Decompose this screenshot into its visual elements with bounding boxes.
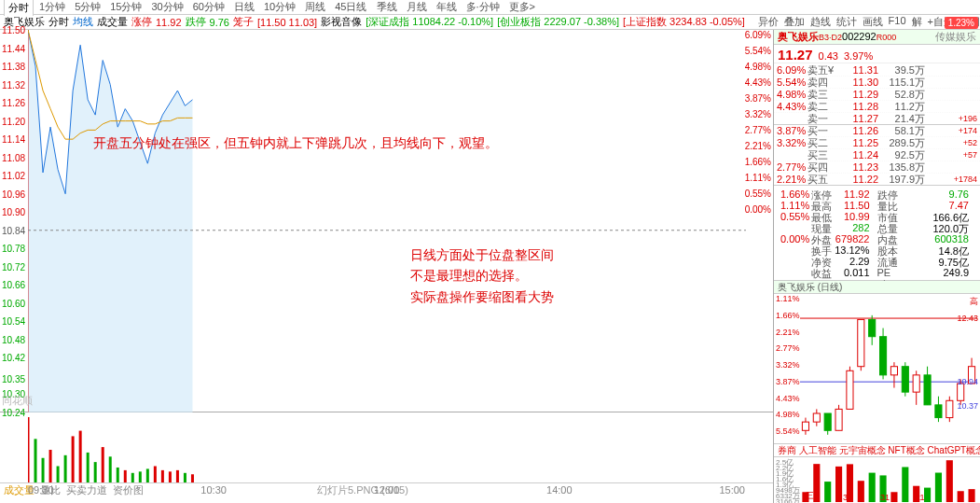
svg-rect-34 bbox=[835, 409, 842, 430]
tab-9[interactable]: 45日线 bbox=[331, 0, 370, 15]
svg-rect-68 bbox=[902, 467, 908, 502]
svg-rect-38 bbox=[858, 319, 864, 366]
svg-rect-72 bbox=[946, 460, 953, 502]
svg-rect-24 bbox=[191, 474, 194, 482]
tab-3[interactable]: 15分钟 bbox=[106, 0, 145, 15]
tab-0[interactable]: 分时 bbox=[4, 0, 34, 16]
svg-rect-10 bbox=[87, 453, 90, 482]
tab-6[interactable]: 日线 bbox=[230, 0, 258, 15]
svg-rect-54 bbox=[946, 400, 953, 417]
svg-rect-14 bbox=[117, 468, 119, 482]
svg-rect-42 bbox=[880, 337, 887, 375]
svg-rect-64 bbox=[858, 481, 864, 502]
svg-rect-4 bbox=[42, 458, 45, 482]
svg-rect-11 bbox=[94, 462, 97, 482]
tab-2[interactable]: 5分钟 bbox=[71, 0, 104, 15]
volume-chart[interactable]: 09:3010:3012:0014:0015:00 bbox=[0, 412, 773, 482]
svg-rect-18 bbox=[146, 468, 149, 482]
annotation-2: 日线方面处于位盘整区间 不是最理想的选择。 实际盘操作要缩图看大势 bbox=[410, 245, 554, 307]
y-axis-right-pct: 6.09%5.54%4.98%4.43%3.87%3.32%2.77%2.21%… bbox=[738, 30, 771, 412]
svg-rect-23 bbox=[184, 473, 186, 482]
menu-item[interactable]: 解 bbox=[912, 15, 922, 29]
book-row: 2.21%买五11.22197.9万+1784 bbox=[774, 174, 980, 186]
svg-rect-65 bbox=[869, 473, 876, 502]
book-row: 3.87%买一11.2658.1万+174 bbox=[774, 125, 980, 137]
svg-rect-3 bbox=[35, 439, 37, 482]
tab-10[interactable]: 季线 bbox=[373, 0, 401, 15]
stock-header: 奥飞娱乐B3·D2002292R000 传媒娱乐 bbox=[774, 30, 980, 45]
svg-rect-48 bbox=[913, 375, 919, 392]
svg-rect-46 bbox=[902, 367, 908, 392]
sector-tag[interactable]: 传媒娱乐 bbox=[935, 30, 976, 44]
tab-4[interactable]: 30分钟 bbox=[148, 0, 187, 15]
intraday-chart[interactable]: 10.2410.3010.3510.4210.4810.5410.6010.66… bbox=[0, 30, 773, 412]
svg-rect-2 bbox=[28, 417, 30, 482]
y-axis-left: 10.2410.3010.3510.4210.4810.5410.6010.66… bbox=[2, 30, 30, 412]
tab-5[interactable]: 60分钟 bbox=[189, 0, 228, 15]
tab-7[interactable]: 10分钟 bbox=[260, 0, 299, 15]
svg-rect-67 bbox=[890, 492, 897, 502]
tab-1[interactable]: 1分钟 bbox=[35, 0, 69, 15]
svg-rect-60 bbox=[813, 464, 820, 502]
book-row: 4.98%卖三11.2952.8万 bbox=[774, 89, 980, 101]
svg-rect-28 bbox=[802, 422, 808, 430]
svg-rect-15 bbox=[124, 470, 127, 482]
svg-rect-8 bbox=[72, 436, 75, 482]
timeframe-tabs: 分时1分钟5分钟15分钟30分钟60分钟日线10分钟周线45日线季线月线年线多·… bbox=[0, 0, 980, 15]
svg-rect-32 bbox=[824, 413, 831, 430]
book-row: 2.77%买四11.23135.8万 bbox=[774, 161, 980, 174]
concept-tags[interactable]: 券商 人工智能 元宇宙概念 NFT概念 ChatGPT概念娱乐传媒 bbox=[774, 443, 980, 456]
order-book: 6.09%卖五¥11.3139.5万5.54%卖四11.30115.1万4.98… bbox=[774, 63, 980, 187]
svg-rect-17 bbox=[139, 471, 142, 482]
svg-rect-30 bbox=[813, 413, 820, 422]
svg-rect-19 bbox=[154, 467, 157, 483]
svg-rect-70 bbox=[924, 488, 931, 502]
svg-rect-22 bbox=[176, 470, 179, 482]
current-price: 11.27 0.43 3.97% bbox=[774, 45, 980, 63]
book-row: 买三11.2492.5万+57 bbox=[774, 149, 980, 161]
book-row: 卖一11.2721.4万+196 bbox=[774, 113, 980, 125]
svg-rect-74 bbox=[969, 489, 975, 502]
volume-bars bbox=[28, 412, 746, 482]
watermark: 同花顺 bbox=[2, 394, 33, 408]
menu-item[interactable]: 叠加 bbox=[784, 15, 805, 29]
tab-11[interactable]: 月线 bbox=[403, 0, 431, 15]
tab-14[interactable]: 更多> bbox=[505, 0, 539, 15]
menu-item[interactable]: 趋线 bbox=[810, 15, 831, 29]
svg-rect-52 bbox=[935, 405, 942, 418]
tab-13[interactable]: 多·分钟 bbox=[462, 0, 504, 15]
book-row: 5.54%卖四11.30115.1万 bbox=[774, 77, 980, 89]
tab-12[interactable]: 年线 bbox=[433, 0, 461, 15]
menu-item[interactable]: 画线 bbox=[863, 15, 883, 29]
svg-rect-50 bbox=[924, 375, 931, 405]
svg-rect-7 bbox=[64, 455, 67, 482]
svg-rect-40 bbox=[869, 319, 876, 336]
svg-rect-73 bbox=[958, 491, 964, 502]
book-row: 6.09%卖五¥11.3139.5万 bbox=[774, 64, 980, 77]
annotation-1: 开盘五分钟处在强区，但五钟内就上下弹跳几次，且均线向下，观望。 bbox=[93, 133, 498, 153]
daily-volume: 2.5亿2.2亿1.9亿1.6亿1.3亿9498万6332万3166万三3131… bbox=[774, 456, 980, 503]
menu-item[interactable]: 异价 bbox=[758, 15, 779, 29]
stock-stats: 1.66%涨停11.92跌停9.761.11%最高11.50量比7.470.55… bbox=[774, 187, 980, 281]
info-bar: 奥飞娱乐 分时 均线 成交量 涨停 11.92 跌停 9.76 笼子 [11.5… bbox=[0, 15, 980, 30]
book-row: 3.32%买二11.25289.5万+52 bbox=[774, 137, 980, 149]
svg-rect-13 bbox=[109, 456, 112, 482]
daily-chart-title: 奥飞娱乐 (日线) bbox=[774, 281, 980, 294]
svg-rect-5 bbox=[49, 450, 52, 482]
svg-rect-6 bbox=[57, 467, 60, 483]
svg-rect-71 bbox=[935, 473, 942, 502]
svg-rect-61 bbox=[824, 482, 831, 502]
svg-rect-20 bbox=[161, 470, 164, 482]
tab-8[interactable]: 周线 bbox=[301, 0, 329, 15]
svg-rect-62 bbox=[835, 467, 842, 502]
svg-rect-9 bbox=[79, 431, 82, 482]
menu-item[interactable]: F10 bbox=[889, 15, 906, 29]
svg-rect-16 bbox=[131, 473, 134, 482]
svg-rect-44 bbox=[890, 367, 897, 375]
sector-change-badge: 1.23% bbox=[945, 17, 978, 29]
menu-item[interactable]: 统计 bbox=[836, 15, 857, 29]
svg-rect-36 bbox=[847, 370, 853, 409]
x-axis: 09:3010:3012:0014:0015:00 bbox=[28, 484, 745, 496]
book-row: 4.43%卖二11.2811.2万 bbox=[774, 101, 980, 113]
daily-chart[interactable]: 1.11%1.66%2.21%2.77%3.32%3.87%4.43%4.98%… bbox=[774, 294, 980, 443]
